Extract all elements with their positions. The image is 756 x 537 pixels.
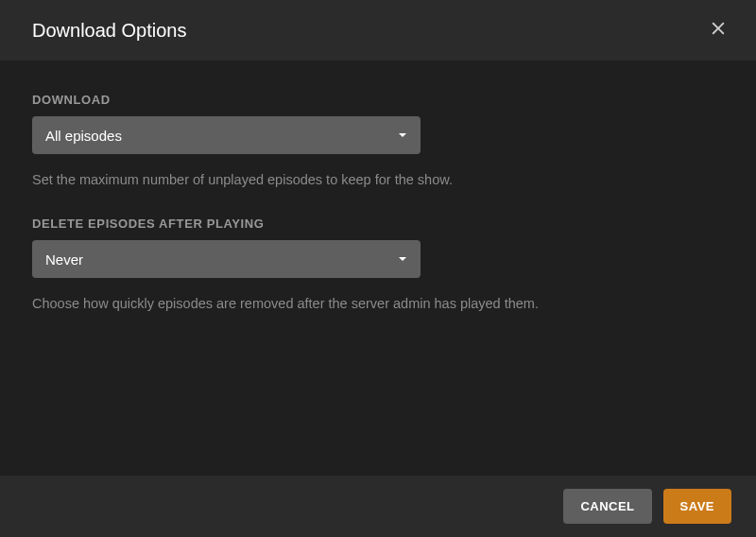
download-select[interactable]: All episodes — [32, 116, 421, 154]
delete-after-field-group: DELETE EPISODES AFTER PLAYING Never Choo… — [32, 217, 724, 314]
close-icon — [710, 20, 727, 41]
delete-after-select-wrap: Never — [32, 240, 421, 278]
delete-after-select[interactable]: Never — [32, 240, 421, 278]
dialog-content: DOWNLOAD All episodes Set the maximum nu… — [0, 61, 756, 360]
download-label: DOWNLOAD — [32, 93, 724, 107]
dialog-header: Download Options — [0, 0, 756, 61]
download-field-group: DOWNLOAD All episodes Set the maximum nu… — [32, 93, 724, 190]
delete-after-help-text: Choose how quickly episodes are removed … — [32, 293, 561, 314]
delete-after-label: DELETE EPISODES AFTER PLAYING — [32, 217, 724, 231]
dialog-title: Download Options — [32, 20, 186, 42]
save-button[interactable]: SAVE — [663, 489, 731, 524]
close-button[interactable] — [705, 17, 731, 43]
download-select-wrap: All episodes — [32, 116, 421, 154]
download-help-text: Set the maximum number of unplayed episo… — [32, 169, 561, 190]
dialog-footer: CANCEL SAVE — [0, 476, 756, 537]
cancel-button[interactable]: CANCEL — [563, 489, 651, 524]
